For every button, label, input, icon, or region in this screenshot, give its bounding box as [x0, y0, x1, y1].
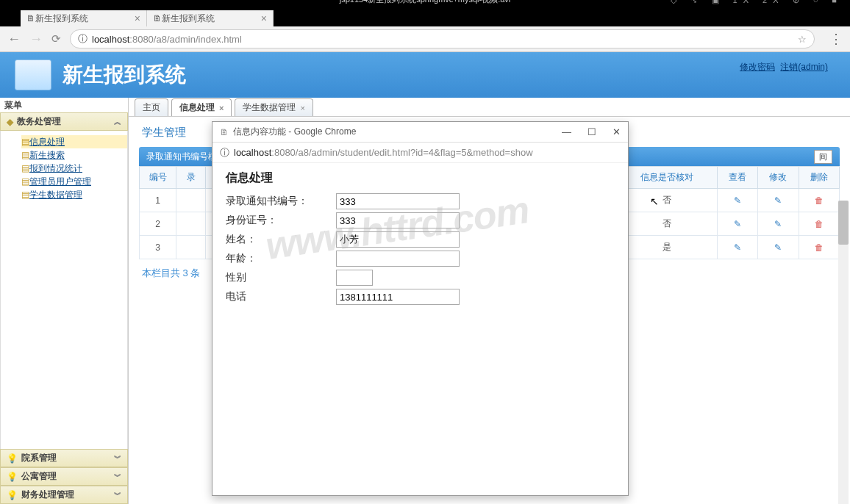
- reload-button[interactable]: ⟳: [51, 32, 61, 46]
- tab-student-data[interactable]: 学生数据管理×: [235, 98, 312, 116]
- chevron-down-icon: ︾: [114, 472, 121, 482]
- trash-icon[interactable]: 🗑: [815, 195, 824, 206]
- close-icon[interactable]: ×: [300, 104, 304, 112]
- app-title: 新生报到系统: [63, 61, 186, 89]
- close-button[interactable]: ✕: [612, 126, 621, 137]
- view-icon[interactable]: ✎: [734, 195, 741, 206]
- url-host: localhost: [92, 34, 129, 45]
- os-window-controls[interactable]: ◇ ⤡ ▣ 1X 2X ⊘ ○ ■: [671, 0, 843, 2]
- header-links: 修改密码 注销(admin): [737, 61, 828, 73]
- cell-no: 3: [140, 236, 176, 259]
- cell-checked: 否: [618, 189, 718, 212]
- sidebar-item-info[interactable]: 信息处理: [21, 135, 127, 148]
- tab-home[interactable]: 主页: [135, 98, 168, 116]
- edit-icon[interactable]: ✎: [774, 219, 782, 229]
- edit-icon[interactable]: ✎: [774, 242, 782, 253]
- browser-tab-2[interactable]: 🗎 新生报到系统 ×: [147, 10, 274, 26]
- browser-tab-1[interactable]: 🗎 新生报到系统 ×: [21, 10, 147, 26]
- label-age: 年龄：: [226, 252, 336, 265]
- forward-button[interactable]: →: [29, 32, 43, 47]
- chevron-down-icon: ︾: [114, 490, 121, 500]
- label-gender: 性别: [226, 271, 336, 284]
- bookmark-icon[interactable]: ☆: [798, 34, 807, 45]
- sidebar-item-student-data[interactable]: 学生数据管理: [21, 188, 127, 201]
- sidebar-section-dept[interactable]: 💡 院系管理 ︾: [0, 449, 128, 467]
- input-gender[interactable]: [336, 270, 373, 286]
- popup-body: 信息处理 录取通知书编号： 身份证号： 姓名： 年龄： 性别 电话: [213, 163, 628, 315]
- sidebar-item-search[interactable]: 新生搜索: [21, 148, 127, 162]
- popup-url-host: localhost: [234, 147, 271, 158]
- col-checked: 信息是否核对: [618, 167, 718, 189]
- bulb-icon: 💡: [7, 453, 18, 464]
- content-tabs: 主页 信息处理× 学生数据管理×: [129, 98, 850, 117]
- col-del: 删除: [799, 167, 839, 189]
- sidebar-section-dorm[interactable]: 💡 公寓管理 ︾: [0, 467, 128, 486]
- popup-address-bar[interactable]: ⓘ localhost:8080/a8/admin/student/edit.h…: [213, 143, 628, 163]
- sidebar-section-finance[interactable]: 💡 财务处理管理 ︾: [0, 486, 128, 504]
- sidebar-section-label: 公寓管理: [21, 470, 57, 483]
- input-notice[interactable]: [336, 193, 460, 209]
- input-name[interactable]: [336, 231, 460, 248]
- url-input[interactable]: ⓘ localhost:8080/a8/admin/index.html ☆: [70, 29, 815, 48]
- col-no: 编号: [140, 167, 176, 189]
- form-row-name: 姓名：: [226, 231, 615, 248]
- logout-link[interactable]: 注销(admin): [780, 62, 828, 72]
- tab-label: 学生数据管理: [243, 101, 296, 114]
- minimize-button[interactable]: —: [562, 126, 571, 137]
- col-rec: 录: [176, 167, 206, 189]
- app-header: 新生报到系统 修改密码 注销(admin): [0, 52, 850, 98]
- chevron-up-icon: ︽: [114, 117, 121, 127]
- trash-icon[interactable]: 🗑: [815, 242, 824, 253]
- sidebar-section-jiaowu[interactable]: ◆ 教务处管理 ︽: [0, 112, 128, 131]
- close-icon[interactable]: ×: [261, 12, 267, 24]
- sidebar-item-stats[interactable]: 报到情况统计: [21, 162, 127, 175]
- maximize-button[interactable]: ☐: [588, 126, 596, 137]
- bulb-icon: 💡: [7, 490, 18, 500]
- close-icon[interactable]: ×: [135, 12, 140, 24]
- col-view: 查看: [717, 167, 757, 189]
- sidebar-title: 菜单: [0, 98, 128, 112]
- scrollbar[interactable]: [838, 201, 849, 504]
- file-icon: 🗎: [26, 13, 35, 24]
- popup-window-controls: — ☐ ✕: [562, 126, 621, 137]
- sidebar-accordion: ◆ 教务处管理 ︽ 信息处理 新生搜索 报到情况统计 管理员用户管理 学生数据管…: [0, 112, 128, 504]
- video-file-title: jsp1154新生报到系统springmvc+mysql-视频.avi: [340, 0, 511, 1]
- popup-title: 信息内容功能 - Google Chrome: [233, 126, 356, 138]
- view-icon[interactable]: ✎: [734, 219, 741, 229]
- file-icon: 🗎: [153, 13, 162, 24]
- browser-tab-label: 新生报到系统: [162, 12, 215, 25]
- sidebar-section-label: 院系管理: [21, 452, 57, 464]
- popup-window: 🗎 信息内容功能 - Google Chrome — ☐ ✕ ⓘ localho…: [212, 121, 629, 496]
- bulb-icon: 💡: [7, 472, 18, 482]
- browser-tabstrip: 🗎 新生报到系统 × 🗎 新生报到系统 ×: [0, 10, 850, 26]
- form-title: 信息处理: [226, 170, 615, 186]
- file-icon: 🗎: [220, 127, 229, 137]
- back-button[interactable]: ←: [7, 32, 21, 47]
- input-id[interactable]: [336, 212, 460, 228]
- form-row-phone: 电话: [226, 289, 615, 305]
- tab-label: 信息处理: [179, 101, 215, 114]
- input-age[interactable]: [336, 251, 460, 267]
- sidebar-section-label: 财务处理管理: [21, 489, 74, 501]
- change-password-link[interactable]: 修改密码: [740, 62, 775, 72]
- browser-menu-button[interactable]: ⋮: [829, 31, 843, 47]
- popup-titlebar[interactable]: 🗎 信息内容功能 - Google Chrome — ☐ ✕: [213, 122, 628, 143]
- close-icon[interactable]: ×: [219, 104, 224, 112]
- edit-icon[interactable]: ✎: [774, 195, 782, 206]
- sidebar-item-admin[interactable]: 管理员用户管理: [21, 175, 127, 188]
- info-icon: ⓘ: [220, 146, 229, 159]
- info-icon: ⓘ: [78, 32, 88, 46]
- col-edit: 修改: [758, 167, 799, 189]
- scrollbar-thumb[interactable]: [838, 201, 849, 245]
- cell-no: 2: [140, 212, 176, 236]
- form-row-gender: 性别: [226, 270, 615, 286]
- tab-info[interactable]: 信息处理×: [171, 98, 232, 116]
- sidebar-section-body: 信息处理 新生搜索 报到情况统计 管理员用户管理 学生数据管理: [0, 131, 128, 449]
- trash-icon[interactable]: 🗑: [815, 219, 824, 229]
- input-phone[interactable]: [336, 289, 460, 305]
- browser-address-bar: ← → ⟳ ⓘ localhost:8080/a8/admin/index.ht…: [0, 26, 850, 52]
- view-icon[interactable]: ✎: [734, 242, 741, 253]
- form-row-age: 年龄：: [226, 251, 615, 267]
- label-id: 身份证号：: [226, 214, 336, 227]
- calendar-button[interactable]: 间: [814, 150, 832, 164]
